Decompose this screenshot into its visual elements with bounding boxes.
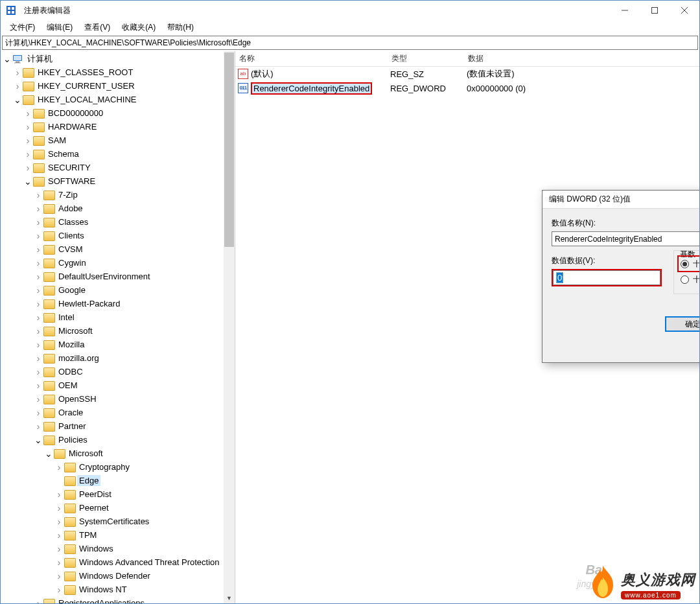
expand-icon[interactable]: › [23,109,33,118]
menu-edit[interactable]: 编辑(E) [41,21,78,34]
tree-node[interactable]: ›mozilla.org [1,351,224,365]
expand-icon[interactable]: › [23,136,33,145]
scroll-down-icon[interactable]: ▼ [224,592,235,603]
tree-node[interactable]: ›ODBC [1,365,224,378]
tree-node[interactable]: ›Microsoft [1,324,224,338]
collapse-icon[interactable]: ⌄ [43,449,54,458]
tree-node[interactable]: ›DefaultUserEnvironment [1,270,224,283]
expand-icon[interactable]: › [54,585,64,594]
tree-node[interactable]: ⌄Policies [1,433,224,447]
expand-icon[interactable]: › [33,245,43,254]
col-type[interactable]: 类型 [388,53,464,64]
maximize-button[interactable] [640,1,670,20]
tree-node[interactable]: ›TPM [1,528,224,542]
tree-node[interactable]: ›Classes [1,215,224,229]
tree-node[interactable]: ›Clients [1,229,224,242]
expand-icon[interactable]: › [12,68,23,77]
col-data[interactable]: 数据 [464,53,699,64]
expand-icon[interactable]: › [54,531,64,540]
tree-node[interactable]: ›Adobe [1,202,224,215]
expand-icon[interactable]: › [23,122,33,132]
expand-icon[interactable]: › [54,544,64,553]
tree-node[interactable]: ›Cryptography [1,460,224,474]
tree-node[interactable]: ›OpenSSH [1,392,224,406]
menu-help[interactable]: 帮助(H) [162,21,199,34]
tree-node[interactable]: ⌄HKEY_LOCAL_MACHINE [1,93,224,106]
registry-tree[interactable]: ⌄计算机›HKEY_CLASSES_ROOT›HKEY_CURRENT_USER… [1,51,235,603]
tree-node[interactable]: ›BCD00000000 [1,106,224,120]
collapse-icon[interactable]: ⌄ [2,54,12,64]
tree-node[interactable]: ›Cygwin [1,256,224,270]
expand-icon[interactable]: › [23,163,33,172]
tree-node[interactable]: ›Intel [1,310,224,324]
expand-icon[interactable]: › [33,395,43,404]
menu-favorites[interactable]: 收藏夹(A) [117,21,161,34]
expand-icon[interactable]: › [33,340,43,349]
address-bar[interactable]: 计算机\HKEY_LOCAL_MACHINE\SOFTWARE\Policies… [2,36,698,50]
expand-icon[interactable]: › [33,191,43,200]
expand-icon[interactable]: › [54,517,64,526]
tree-node[interactable]: ›Peernet [1,501,224,515]
value-data-input[interactable]: 0 [553,270,660,285]
expand-icon[interactable]: › [54,572,64,581]
expand-icon[interactable]: › [33,299,43,308]
expand-icon[interactable]: › [54,558,64,567]
tree-node[interactable]: ›OEM [1,378,224,392]
tree-node[interactable]: ⌄Microsoft [1,447,224,460]
close-button[interactable] [670,1,699,20]
tree-node[interactable]: ›HKEY_CLASSES_ROOT [1,65,224,79]
tree-node[interactable]: ›HARDWARE [1,120,224,134]
expand-icon[interactable]: › [33,204,43,213]
minimize-button[interactable] [610,1,640,20]
tree-node[interactable]: ›Schema [1,147,224,161]
tree-node[interactable]: ›Windows Defender [1,569,224,583]
radio-dec[interactable]: 十进制(D) [678,272,699,287]
tree-node[interactable]: ›Hewlett-Packard [1,297,224,310]
menu-view[interactable]: 查看(V) [79,21,115,34]
expand-icon[interactable]: › [54,504,64,513]
expand-icon[interactable]: › [33,286,43,295]
tree-node[interactable]: ›HKEY_CURRENT_USER [1,79,224,93]
expand-icon[interactable]: › [33,367,43,377]
tree-node[interactable]: ›CVSM [1,242,224,256]
collapse-icon[interactable]: ⌄ [33,436,43,445]
tree-node[interactable]: ›SECURITY [1,161,224,174]
expand-icon[interactable]: › [33,408,43,417]
tree-node[interactable]: ›Mozilla [1,338,224,351]
radio-hex[interactable]: 十六进制(H) [678,256,699,272]
menu-file[interactable]: 文件(F) [5,21,40,34]
tree-node[interactable]: ›SAM [1,134,224,147]
tree-node[interactable]: ›Windows NT [1,583,224,596]
expand-icon[interactable]: › [23,150,33,159]
expand-icon[interactable]: › [33,272,43,281]
tree-node[interactable]: ›Windows [1,542,224,555]
collapse-icon[interactable]: ⌄ [23,177,33,186]
tree-node[interactable]: ›Windows Advanced Threat Protection [1,555,224,569]
tree-node[interactable]: ›SystemCertificates [1,515,224,528]
expand-icon[interactable]: › [12,82,23,91]
value-row[interactable]: 011RendererCodeIntegrityEnabledREG_DWORD… [235,81,699,95]
expand-icon[interactable]: › [33,231,43,240]
expand-icon[interactable]: › [33,327,43,336]
tree-node[interactable]: Edge [1,474,224,487]
expand-icon[interactable]: › [33,259,43,268]
tree-node[interactable]: ›PeerDist [1,487,224,501]
expand-icon[interactable]: › [33,354,43,363]
tree-scrollbar[interactable]: ▲ ▼ [224,51,235,603]
value-row[interactable]: ab(默认)REG_SZ(数值未设置) [235,67,699,81]
expand-icon[interactable]: › [33,313,43,322]
value-name-input[interactable] [552,231,699,246]
tree-node[interactable]: ›7-Zip [1,188,224,202]
ok-button[interactable]: 确定 [665,316,699,332]
scroll-thumb[interactable] [224,52,234,247]
col-name[interactable]: 名称 [235,53,388,64]
expand-icon[interactable]: › [33,422,43,431]
tree-node[interactable]: ›Google [1,283,224,297]
tree-node[interactable]: ⌄计算机 [1,52,224,65]
tree-node[interactable]: ›RegisteredApplications [1,596,224,603]
expand-icon[interactable]: › [33,381,43,390]
tree-node[interactable]: ›Oracle [1,406,224,419]
expand-icon[interactable]: › [33,599,43,604]
expand-icon[interactable]: › [54,463,64,472]
tree-node[interactable]: ⌄SOFTWARE [1,174,224,188]
